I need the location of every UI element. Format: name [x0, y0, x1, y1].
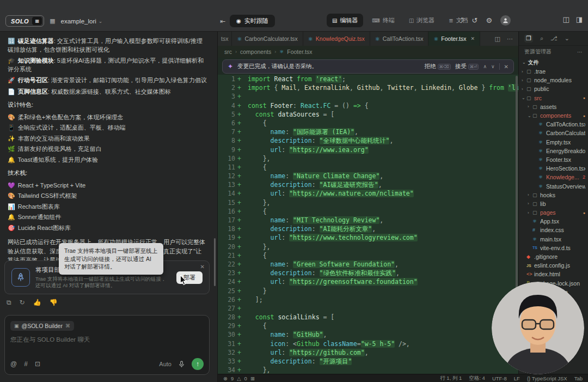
microphone-icon[interactable]: [179, 361, 185, 368]
thumbs-down-icon[interactable]: 👎: [50, 299, 58, 306]
editor-tab-CallToAction.tsx[interactable]: ⚛CallToAction.tsx: [370, 32, 429, 46]
account-avatar[interactable]: [500, 15, 511, 26]
workspace-selector[interactable]: example_lori ⌄: [61, 18, 103, 25]
tree-item-index.html[interactable]: <>index.html: [519, 270, 588, 278]
warnings-count[interactable]: 0: [244, 375, 247, 381]
tree-item-.trae[interactable]: ›▢.trae: [519, 67, 588, 76]
status-item[interactable]: Tab: [574, 375, 583, 381]
copy-icon[interactable]: ⧉: [7, 299, 11, 306]
tree-item-Footer.tsx[interactable]: ⚛Footer.tsx: [519, 155, 588, 164]
settings-gear-icon[interactable]: ⚙: [486, 16, 492, 25]
regenerate-icon[interactable]: ↻: [20, 299, 25, 306]
deploy-button[interactable]: 部署: [176, 271, 203, 284]
chevron-down-icon[interactable]: ⌄: [565, 35, 569, 42]
next-change-icon[interactable]: ∨: [491, 64, 495, 69]
tree-item-main.tsx[interactable]: ⚛main.tsx: [519, 235, 588, 244]
chat-scrollbar[interactable]: [214, 238, 216, 286]
code-editor[interactable]: 1+import React from 'react';2+import { M…: [218, 75, 518, 374]
search-icon[interactable]: ⌕: [540, 35, 543, 42]
status-item[interactable]: LF: [514, 375, 520, 381]
view-tab-editor[interactable]: ▤编辑器: [327, 14, 363, 27]
editor-tab-Footer.tsx[interactable]: ⚛Footer.tsx✕: [428, 32, 480, 46]
code-text: [243, 92, 248, 101]
tree-item-CallToAction.tsx[interactable]: ⚛CallToAction.tsx: [519, 120, 588, 129]
feature-icon: 🚀: [8, 77, 15, 83]
tree-item-node_modules[interactable]: ›▢node_modules: [519, 76, 588, 84]
tree-item-pages[interactable]: ›▢pages●: [519, 208, 588, 217]
files-section-header[interactable]: ⌄ 文件: [519, 58, 588, 67]
status-item[interactable]: 空格: 4: [469, 375, 485, 382]
chevron-icon: ›: [522, 69, 526, 74]
breadcrumb-item[interactable]: src: [224, 48, 232, 55]
tree-item-Empty.tsx[interactable]: ⚛Empty.tsx: [519, 138, 588, 147]
share-icon[interactable]: ⤴: [460, 16, 464, 25]
layout-panel-icon[interactable]: ◫: [562, 15, 569, 23]
tree-item-hooks[interactable]: ›▢hooks: [519, 191, 588, 199]
chat-input[interactable]: ▣ @SOLO Builder ⌘ 您正在与 SOLO Builder 聊天 @…: [4, 315, 210, 375]
send-button[interactable]: ↑: [192, 358, 204, 370]
close-icon[interactable]: ✕: [470, 36, 475, 41]
breadcrumb-item[interactable]: Footer.tsx: [287, 48, 312, 55]
tree-item-eslint.config.js[interactable]: JSeslint.config.js: [519, 261, 588, 270]
more-actions-icon[interactable]: ⋯: [577, 49, 583, 55]
errors-count[interactable]: 9: [231, 375, 234, 381]
layout-sidebar-icon[interactable]: ◨: [576, 15, 583, 23]
diff-added-icon: +: [235, 225, 243, 233]
solo-mode-toggle[interactable]: SOLO ▦: [5, 15, 44, 27]
reject-button[interactable]: 拒绝⌘⌫: [425, 63, 451, 70]
warnings-icon[interactable]: △: [237, 375, 241, 381]
tree-item-src[interactable]: ⌄▢src●: [519, 94, 588, 102]
tree-item-Knowledge...[interactable]: ⚛Knowledge...2: [519, 173, 588, 181]
breadcrumb[interactable]: src›components›⚛Footer.tsx: [218, 46, 518, 58]
status-item[interactable]: UTF-8: [492, 375, 507, 381]
hash-icon[interactable]: #: [24, 360, 28, 368]
tree-item-assets[interactable]: ›▢assets: [519, 102, 588, 111]
line-number: 25: [218, 287, 235, 295]
tree-item-EnergyBreakdo...[interactable]: ⚛EnergyBreakdo...: [519, 147, 588, 155]
eye-icon: ◉: [236, 18, 241, 24]
file-name: hooks: [540, 192, 585, 198]
collapse-left-icon[interactable]: ⇤: [220, 17, 225, 25]
history-icon[interactable]: ↺: [472, 16, 478, 25]
tree-item-index.css[interactable]: #index.css: [519, 226, 588, 234]
split-editor-icon[interactable]: ◫: [495, 35, 500, 43]
react-icon: ⚛: [532, 219, 540, 224]
editor-tab-KnowledgeQuiz.tsx[interactable]: ⚛KnowledgeQuiz.tsx: [303, 32, 370, 46]
view-tab-terminal[interactable]: ⌨终端: [366, 14, 400, 27]
tree-item-components[interactable]: ⌄▢components●: [519, 111, 588, 120]
tree-item-HeroSection.tsx[interactable]: ⚛HeroSection.tsx: [519, 164, 588, 173]
live-follow-pill[interactable]: ◉ 实时跟随: [230, 15, 275, 27]
prev-change-icon[interactable]: ∧: [483, 64, 487, 69]
tree-item-vite-env.d.ts[interactable]: TSvite-env.d.ts: [519, 244, 588, 252]
tree-item-public[interactable]: ›▢public: [519, 84, 588, 93]
diff-added-icon: +: [235, 163, 243, 172]
file-name: CallToAction.tsx: [546, 121, 585, 128]
mention-icon[interactable]: @: [10, 360, 17, 368]
errors-icon[interactable]: ⊗: [223, 375, 228, 381]
tree-item-CarbonCalculat...[interactable]: ⚛CarbonCalculat...: [519, 129, 588, 137]
breadcrumb-item[interactable]: components: [240, 48, 271, 55]
close-icon[interactable]: ✕: [504, 64, 509, 70]
tree-item-StatusOverview...[interactable]: ⚛StatusOverview...: [519, 181, 588, 190]
editor-tab-tsx[interactable]: tsx: [218, 32, 232, 46]
accept-button[interactable]: 接受⌘⏎: [455, 63, 479, 70]
attach-image-icon[interactable]: ⊡: [35, 360, 40, 368]
tree-item-App.tsx[interactable]: ⚛App.tsx: [519, 217, 588, 226]
tree-item-.gitignore[interactable]: ◆.gitignore: [519, 252, 588, 261]
view-tab-browser[interactable]: ◫浏览器: [403, 14, 440, 27]
editor-scrollbar[interactable]: [516, 76, 518, 298]
code-text: {: [243, 207, 267, 216]
ports-icon[interactable]: ⊞: [250, 375, 255, 381]
thumbs-up-icon[interactable]: 👍: [33, 299, 41, 306]
git-branch-icon[interactable]: ⎇: [550, 35, 558, 42]
status-item[interactable]: 行 1, 列 1: [440, 375, 462, 382]
model-auto-selector[interactable]: Auto: [159, 361, 171, 367]
agent-chip[interactable]: ▣ @SOLO Builder ⌘: [10, 321, 74, 331]
files-icon[interactable]: ❐: [524, 34, 533, 43]
editor-tab-CarbonCalculator.tsx[interactable]: ⚛CarbonCalculator.tsx: [232, 32, 303, 46]
close-icon[interactable]: ✕: [200, 264, 205, 270]
status-item[interactable]: {} TypeScript JSX: [527, 375, 567, 381]
more-actions-icon[interactable]: ⋯: [507, 35, 513, 43]
list-item: 🎨柔和绿色+米色配色方案，体现环保理念: [8, 113, 207, 122]
tree-item-lib[interactable]: ›▢lib: [519, 199, 588, 208]
